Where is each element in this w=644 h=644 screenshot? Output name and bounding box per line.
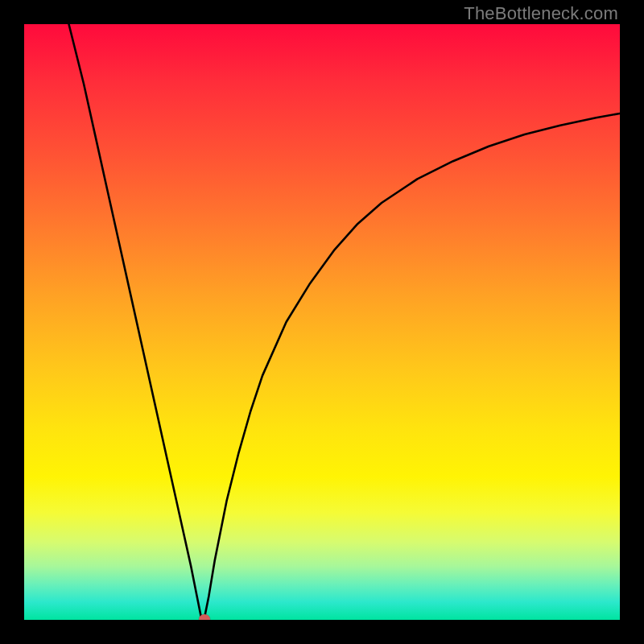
optimal-point-marker [199, 614, 210, 620]
bottleneck-curve [24, 24, 620, 620]
watermark-text: TheBottleneck.com [464, 3, 618, 24]
chart-frame: TheBottleneck.com [0, 0, 644, 644]
plot-area [24, 24, 620, 620]
